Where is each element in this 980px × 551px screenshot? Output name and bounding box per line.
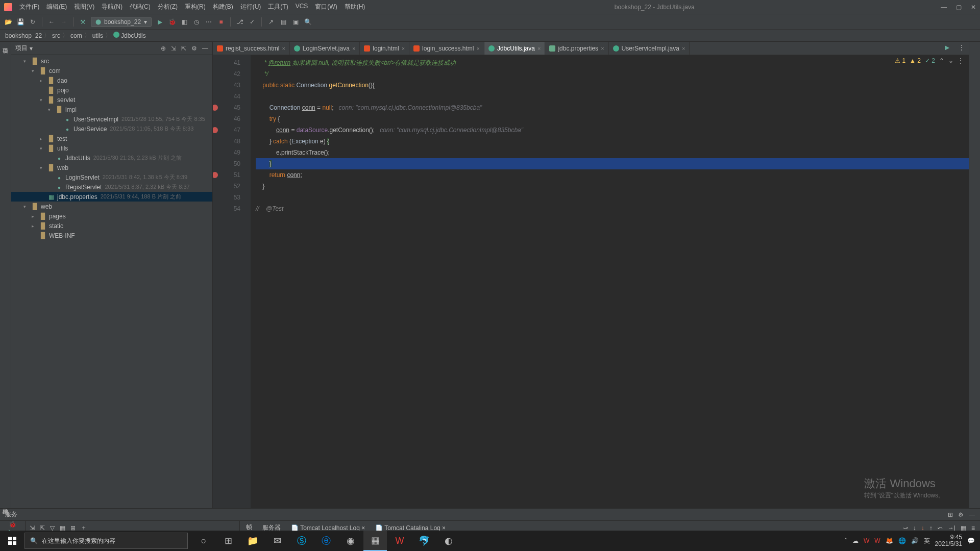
tree-item[interactable]: ▸▉test: [11, 134, 212, 143]
breadcrumb-item[interactable]: utils: [92, 32, 103, 39]
git-icon[interactable]: ⎇: [236, 18, 244, 26]
close-icon[interactable]: ✕: [971, 4, 976, 11]
save-icon[interactable]: 💾: [16, 18, 24, 26]
tree-item[interactable]: ▸▉pages: [11, 211, 212, 221]
gear-icon[interactable]: ⚙: [958, 511, 964, 518]
menu-item[interactable]: 重构(R): [182, 1, 209, 13]
tree-item[interactable]: ▸▉static: [11, 221, 212, 231]
fold-gutter[interactable]: [243, 55, 251, 508]
close-tab-icon[interactable]: ×: [682, 45, 685, 52]
mail-icon[interactable]: ✉: [265, 531, 289, 551]
tray-icon[interactable]: W: [874, 537, 880, 544]
dolphin-icon[interactable]: 🐬: [412, 531, 436, 551]
hide-icon[interactable]: —: [202, 45, 208, 52]
project-tree[interactable]: ▾▉src▾▉com▸▉dao▉pojo▾▉servlet▾▉impl●User…: [11, 55, 212, 508]
onedrive-icon[interactable]: ☁: [852, 537, 859, 544]
profile-icon[interactable]: ◷: [192, 18, 201, 26]
menu-item[interactable]: 编辑(E): [43, 1, 70, 13]
expand-icon[interactable]: ⇲: [171, 45, 176, 52]
close-tab-icon[interactable]: ×: [477, 45, 480, 52]
tree-item[interactable]: ▦jdbc.properties2021/5/31 9:44, 188 B 片刻…: [11, 192, 212, 202]
tree-item[interactable]: ▾▉web: [11, 202, 212, 211]
run-gutter-icon[interactable]: ▶: [940, 42, 954, 55]
editor-tab[interactable]: jdbc.properties×: [545, 42, 608, 55]
run-config-combo[interactable]: ⬤ bookshop_22 ▾: [91, 17, 152, 27]
layout-icon[interactable]: ⊞: [948, 511, 953, 518]
skype-icon[interactable]: Ⓢ: [290, 531, 313, 551]
more-icon[interactable]: ▣: [291, 18, 300, 26]
tree-item[interactable]: ▾▉servlet: [11, 95, 212, 105]
locate-icon[interactable]: ⊕: [161, 45, 166, 52]
maximize-icon[interactable]: ▢: [956, 4, 962, 11]
tree-item[interactable]: ●UserServiceImpl2021/5/28 10:55, 754 B 今…: [11, 114, 212, 124]
close-tab-icon[interactable]: ×: [537, 45, 541, 52]
network-icon[interactable]: 🌐: [898, 537, 906, 544]
breadcrumb-item[interactable]: com: [70, 32, 82, 39]
tabs-more-icon[interactable]: ⋮: [954, 42, 969, 55]
menu-item[interactable]: 运行(U): [237, 1, 264, 13]
editor-tab[interactable]: regist_success.html×: [213, 42, 290, 55]
editor-tab[interactable]: LoginServlet.java×: [290, 42, 360, 55]
edge-icon[interactable]: ⓔ: [314, 531, 338, 551]
build-icon[interactable]: ⚒: [79, 18, 87, 26]
tree-item[interactable]: ▸▉dao: [11, 76, 212, 85]
hide-icon[interactable]: —: [969, 511, 975, 518]
tree-item[interactable]: ▾▉web: [11, 163, 212, 172]
taskbar-search[interactable]: 🔍 在这里输入你要搜索的内容: [24, 533, 188, 549]
close-tab-icon[interactable]: ×: [402, 45, 405, 52]
commit-icon[interactable]: ✓: [248, 18, 256, 26]
tray-chevron-icon[interactable]: ˄: [844, 537, 847, 544]
open-icon[interactable]: 📂: [4, 18, 12, 26]
coverage-icon[interactable]: ◧: [180, 18, 188, 26]
explorer-icon[interactable]: 📁: [241, 531, 264, 551]
close-tab-icon[interactable]: ×: [352, 45, 355, 52]
wps-icon[interactable]: W: [388, 531, 411, 551]
clock[interactable]: 9:45 2021/5/31: [935, 534, 962, 547]
app-icon[interactable]: ◐: [437, 531, 460, 551]
intellij-icon[interactable]: ▦: [363, 531, 387, 551]
tree-item[interactable]: ▾▉impl: [11, 105, 212, 114]
forward-icon[interactable]: →: [60, 18, 68, 26]
chevron-down-icon[interactable]: ▾: [30, 45, 33, 52]
chrome-icon[interactable]: ◉: [339, 531, 362, 551]
update-icon[interactable]: ↗: [267, 18, 275, 26]
menu-item[interactable]: 代码(C): [127, 1, 154, 13]
menu-item[interactable]: 分析(Z): [155, 1, 181, 13]
notifications-icon[interactable]: 💬: [967, 537, 975, 544]
close-tab-icon[interactable]: ×: [282, 45, 285, 52]
tree-item[interactable]: ●JdbcUtils2021/5/30 21:26, 2.23 kB 片刻 之前: [11, 153, 212, 163]
editor-tab[interactable]: login.html×: [360, 42, 409, 55]
stop-icon[interactable]: ■: [217, 18, 225, 26]
editor-body[interactable]: ⚠ 1 ▲ 2 ✓ 2 ⌃ ⌄ ⋮ 4142434445464748495051…: [213, 55, 969, 508]
tree-item[interactable]: ▾▉utils: [11, 143, 212, 153]
editor-tab[interactable]: login_success.html×: [409, 42, 484, 55]
menu-item[interactable]: 导航(N): [99, 1, 126, 13]
tree-item[interactable]: ●LoginServlet2021/5/31 8:42, 1.38 kB 今天 …: [11, 172, 212, 182]
tree-item[interactable]: ●RegistServlet2021/5/31 8:37, 2.32 kB 今天…: [11, 182, 212, 192]
back-icon[interactable]: ←: [47, 18, 56, 26]
start-button[interactable]: [0, 531, 24, 551]
run-icon[interactable]: ▶: [156, 18, 164, 26]
tree-item[interactable]: ▾▉com: [11, 66, 212, 76]
menu-item[interactable]: 视图(V): [71, 1, 97, 13]
menu-item[interactable]: 窗口(W): [312, 1, 340, 13]
cortana-icon[interactable]: ○: [192, 531, 215, 551]
tree-item[interactable]: ▉pojo: [11, 85, 212, 95]
taskview-icon[interactable]: ⊞: [216, 531, 240, 551]
editor-tab[interactable]: JdbcUtils.java×: [484, 42, 545, 55]
breakpoint-icon[interactable]: [213, 172, 218, 178]
ime-indicator[interactable]: 英: [924, 537, 930, 545]
tray-icon[interactable]: 🦊: [886, 537, 893, 544]
tree-item[interactable]: ▉WEB-INF: [11, 231, 212, 240]
debug-icon[interactable]: 🐞: [168, 18, 176, 26]
collapse-icon[interactable]: ⇱: [181, 45, 186, 52]
menu-item[interactable]: 帮助(H): [341, 1, 369, 13]
breadcrumb-item[interactable]: bookshop_22: [5, 32, 42, 39]
tree-item[interactable]: ▾▉src: [11, 56, 212, 66]
volume-icon[interactable]: 🔊: [911, 537, 919, 544]
close-tab-icon[interactable]: ×: [601, 45, 604, 52]
menu-item[interactable]: 工具(T): [265, 1, 291, 13]
breadcrumb-item[interactable]: src: [52, 32, 60, 39]
structure-icon[interactable]: ▤: [279, 18, 287, 26]
tray-icon[interactable]: W: [864, 537, 869, 544]
